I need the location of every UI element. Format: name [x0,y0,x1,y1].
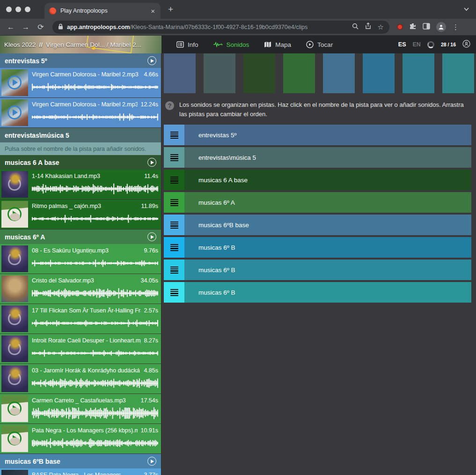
track-name-button[interactable]: musicas 6º A [184,192,471,213]
clip-thumbnail[interactable] [1,171,28,198]
lang-es-button[interactable]: ES [398,41,406,48]
clip-thumbnail[interactable] [1,425,28,452]
clip-play-icon[interactable] [7,401,22,416]
side-panel-icon[interactable] [423,23,430,31]
track-row[interactable]: musicas 6º B [164,282,471,303]
clip-thumbnail[interactable] [1,305,28,332]
clip-thumbnail[interactable] [1,69,28,96]
tab-info[interactable]: Info [176,41,198,48]
profile-avatar-icon[interactable] [436,22,446,32]
track-row[interactable]: musicas 6 A base [164,170,471,190]
track-name-button[interactable]: entrevistas 5º [184,125,471,145]
tab-close-icon[interactable]: × [150,7,156,15]
extensions-puzzle-icon[interactable] [409,22,417,32]
drag-handle-icon[interactable] [164,260,184,280]
zoom-icon[interactable] [352,23,359,31]
clip-play-icon[interactable] [7,75,22,89]
forward-button[interactable]: → [20,21,32,33]
clip-waveform[interactable] [32,317,158,329]
clip-thumbnail[interactable] [1,245,28,272]
clip-thumbnail[interactable] [1,365,28,392]
drag-handle-icon[interactable] [164,125,184,145]
clip-item[interactable]: 17 Till Flickan Som Är Tusen År-Halling … [0,304,161,334]
clip-item[interactable]: 08 - Es Sakūru Uguntiņu.mp39.76s [0,244,161,274]
clip-item[interactable]: Carmen Carreto _ Castañuelas.mp317.54s [0,394,161,423]
window-zoom-button[interactable] [25,7,30,12]
track-row[interactable]: entrevistas 5º [164,125,471,145]
clip-item[interactable]: Introit Rorate Caeli Desuper - Lionheart… [0,334,161,364]
track-section-header[interactable]: musicas 6º A [0,230,161,244]
track-name-button[interactable]: musicas 6º B [184,282,471,303]
breadcrumb-project[interactable]: Kleos 2022 [4,41,36,48]
clip-thumbnail[interactable] [1,201,28,228]
clip-waveform[interactable] [32,213,158,225]
track-row[interactable]: entrevistas\música 5 [164,147,471,168]
tab-tocar[interactable]: Tocar [306,41,333,48]
clip-waveform[interactable] [32,111,158,123]
clip-waveform[interactable] [32,437,158,449]
clip-item[interactable]: Virgen Carmen Dolorosa - Maribel 2.mp34.… [0,68,161,97]
track-row[interactable]: musicas 6º A [164,192,471,213]
drag-handle-icon[interactable] [164,192,184,213]
clip-item[interactable]: Cristo del Salvador.mp334.05s [0,274,161,304]
clip-item[interactable]: Pata Negra - Los Managers (256 kbps).mp3… [0,424,161,453]
section-play-icon[interactable] [147,158,156,167]
track-name-button[interactable]: musicas 6ºB base [184,215,471,235]
track-row[interactable]: musicas 6ºB base [164,215,471,235]
clip-play-icon[interactable] [7,431,22,445]
reload-button[interactable]: ⟳ [35,21,47,33]
track-name-button[interactable]: musicas 6º B [184,260,471,280]
track-name-button[interactable]: musicas 6 A base [184,170,471,190]
track-row[interactable]: musicas 6º B [164,237,471,258]
drag-handle-icon[interactable] [164,237,184,258]
lang-en-button[interactable]: EN [413,41,421,48]
window-close-button[interactable] [6,7,12,12]
record-extension-icon[interactable] [397,24,403,30]
section-play-icon[interactable] [147,457,156,466]
clip-thumbnail[interactable] [1,99,28,126]
clip-waveform[interactable] [32,81,158,93]
tab-mapa[interactable]: Mapa [264,41,291,48]
clip-item[interactable]: 03 - Jaromír Horák & Konrádyho dudácká .… [0,364,161,393]
back-button[interactable]: ← [5,21,17,33]
tab-sonidos[interactable]: Sonidos [213,41,249,48]
new-tab-button[interactable]: + [168,4,173,15]
share-icon[interactable] [365,22,371,31]
clip-thumbnail[interactable] [1,470,28,475]
track-section-header[interactable]: entrevistas 5º [0,53,161,68]
drag-handle-icon[interactable] [164,147,184,168]
clip-item[interactable]: 1-14 Khakasian Land.mp311.4s [0,170,161,199]
track-section-header[interactable]: entrevistas\música 5 [0,128,161,142]
tab-search-chevron-icon[interactable] [463,6,469,13]
clip-thumbnail[interactable] [1,335,28,362]
clip-play-icon[interactable] [7,207,22,221]
breadcrumb-trail[interactable]: Virgen Carmen Dol... / Maribel 2... [46,41,141,48]
address-bar[interactable]: app.antropoloops.com/Kleos-Santa-Marina/… [52,21,389,34]
clip-waveform[interactable] [32,287,158,299]
clip-item[interactable]: Ritmo palmas _ cajón.mp311.89s [0,200,161,229]
browser-menu-icon[interactable]: ⋮ [452,23,459,31]
clip-thumbnail[interactable] [1,395,28,422]
section-play-icon[interactable] [147,232,156,241]
clip-item[interactable]: BASE Pata Negra - Los Managers3.77s [0,468,161,475]
track-section-header[interactable]: musicas 6 A base [0,155,161,170]
window-minimize-button[interactable] [15,7,21,12]
clip-waveform[interactable] [32,377,158,389]
track-name-button[interactable]: musicas 6º B [184,237,471,258]
track-name-button[interactable]: entrevistas\música 5 [184,147,471,168]
track-section-header[interactable]: musicas 6ºB base [0,454,161,468]
clip-waveform[interactable] [32,183,158,195]
browser-tab[interactable]: Play Antropoloops × [44,3,161,19]
clip-waveform[interactable] [32,347,158,359]
clip-item[interactable]: Virgen Carmen Dolorosa - Maribel 2.mp312… [0,98,161,127]
bookmark-star-icon[interactable]: ☆ [378,23,384,31]
clip-waveform[interactable] [32,407,158,419]
clip-waveform[interactable] [32,257,158,269]
drag-handle-icon[interactable] [164,282,184,303]
drag-handle-icon[interactable] [164,170,184,190]
track-row[interactable]: musicas 6º B [164,260,471,280]
map-photo-banner[interactable]: Kleos 2022 // Virgen Carmen Dol... / Mar… [0,36,161,53]
section-play-icon[interactable] [147,56,156,65]
clip-thumbnail[interactable] [1,275,28,302]
account-icon[interactable] [462,40,470,50]
